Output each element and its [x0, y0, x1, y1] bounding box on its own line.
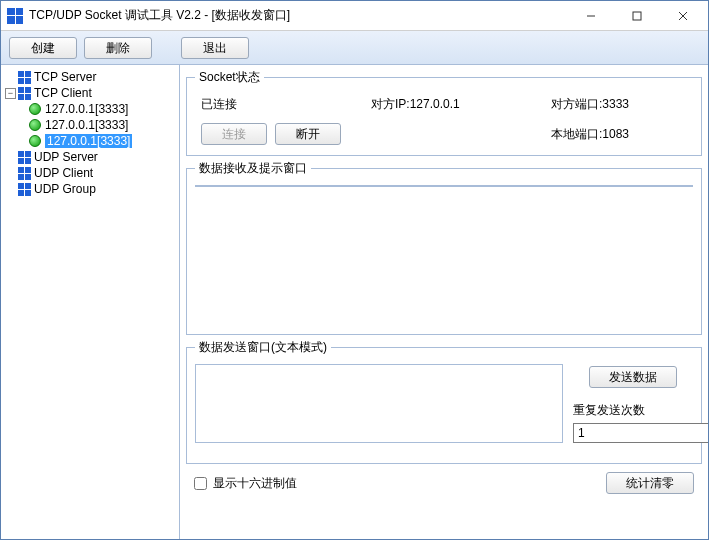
tree-udp-server[interactable]: UDP Server	[3, 149, 177, 165]
disconnect-button[interactable]: 断开	[275, 123, 341, 145]
send-side-panel: 发送数据 重复发送次数	[573, 364, 693, 443]
exit-button[interactable]: 退出	[181, 37, 249, 59]
status-legend: Socket状态	[195, 69, 264, 86]
collapse-icon[interactable]: −	[5, 88, 16, 99]
connected-icon	[29, 103, 41, 115]
window-controls	[568, 2, 706, 30]
connected-icon	[29, 135, 41, 147]
toolbar: 创建 删除 退出	[1, 31, 708, 65]
bottom-row: 显示十六进制值 统计清零	[186, 468, 702, 494]
window-title: TCP/UDP Socket 调试工具 V2.2 - [数据收发窗口]	[29, 7, 568, 24]
hex-checkbox[interactable]	[194, 477, 207, 490]
tree-client-item[interactable]: 127.0.0.1[3333]	[3, 133, 177, 149]
content-panel: Socket状态 已连接 对方IP:127.0.0.1 对方端口:3333 连接…	[180, 65, 708, 539]
tree-tcp-client[interactable]: − TCP Client	[3, 85, 177, 101]
tree-udp-client[interactable]: UDP Client	[3, 165, 177, 181]
connected-icon	[29, 119, 41, 131]
peer-port: 对方端口:3333	[551, 96, 687, 113]
connect-button[interactable]: 连接	[201, 123, 267, 145]
minimize-button[interactable]	[568, 2, 614, 30]
main-area: TCP Server − TCP Client 127.0.0.1[3333] …	[1, 65, 708, 539]
folder-icon	[18, 167, 31, 180]
create-button[interactable]: 创建	[9, 37, 77, 59]
peer-ip: 对方IP:127.0.0.1	[371, 96, 551, 113]
tree-udp-group[interactable]: UDP Group	[3, 181, 177, 197]
svg-rect-1	[633, 12, 641, 20]
socket-status-group: Socket状态 已连接 对方IP:127.0.0.1 对方端口:3333 连接…	[186, 69, 702, 156]
repeat-input[interactable]	[573, 423, 708, 443]
folder-icon	[18, 71, 31, 84]
maximize-button[interactable]	[614, 2, 660, 30]
delete-button[interactable]: 删除	[84, 37, 152, 59]
send-legend: 数据发送窗口(文本模式)	[195, 339, 331, 356]
clear-stats-button[interactable]: 统计清零	[606, 472, 694, 494]
close-button[interactable]	[660, 2, 706, 30]
repeat-label: 重复发送次数	[573, 402, 693, 419]
app-icon	[7, 8, 23, 24]
tree-tcp-server[interactable]: TCP Server	[3, 69, 177, 85]
local-port: 本地端口:1083	[551, 126, 687, 143]
folder-icon	[18, 151, 31, 164]
connection-state: 已连接	[201, 96, 371, 113]
tree-client-item[interactable]: 127.0.0.1[3333]	[3, 101, 177, 117]
send-textarea[interactable]	[195, 364, 563, 443]
tree-client-item[interactable]: 127.0.0.1[3333]	[3, 117, 177, 133]
folder-icon	[18, 183, 31, 196]
folder-icon	[18, 87, 31, 100]
title-bar: TCP/UDP Socket 调试工具 V2.2 - [数据收发窗口]	[1, 1, 708, 31]
send-data-button[interactable]: 发送数据	[589, 366, 677, 388]
repeat-combo[interactable]	[573, 423, 693, 443]
send-group: 数据发送窗口(文本模式) 发送数据 重复发送次数	[186, 339, 702, 464]
tree-sidebar[interactable]: TCP Server − TCP Client 127.0.0.1[3333] …	[1, 65, 180, 539]
receive-group: 数据接收及提示窗口	[186, 160, 702, 335]
receive-textarea[interactable]	[195, 185, 693, 187]
receive-legend: 数据接收及提示窗口	[195, 160, 311, 177]
hex-label-text: 显示十六进制值	[213, 475, 297, 492]
hex-checkbox-label[interactable]: 显示十六进制值	[194, 475, 297, 492]
